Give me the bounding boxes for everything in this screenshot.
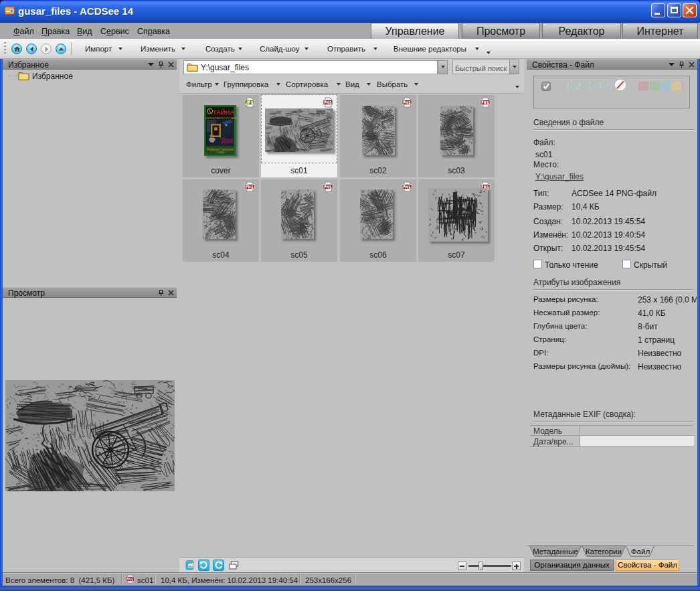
svg-text:Категории: Категории: [586, 547, 622, 556]
svg-text:Файл: Файл: [631, 547, 650, 556]
svg-text:Метаданные: Метаданные: [533, 547, 578, 556]
svg-text:2: 2: [575, 80, 581, 91]
svg-text:ТАЙНА: ТАЙНА: [213, 108, 235, 116]
svg-text:4: 4: [596, 80, 602, 91]
svg-text:СЕРЕБРЯНОГО ГУСАРА: СЕРЕБРЯНОГО ГУСАРА: [205, 116, 236, 120]
svg-text:5: 5: [606, 80, 612, 91]
svg-text:РОМАН: РОМАН: [216, 151, 224, 154]
svg-text:3: 3: [586, 80, 592, 91]
svg-text:1: 1: [564, 80, 570, 91]
svg-text:Родион Стволов: Родион Стволов: [207, 147, 234, 151]
